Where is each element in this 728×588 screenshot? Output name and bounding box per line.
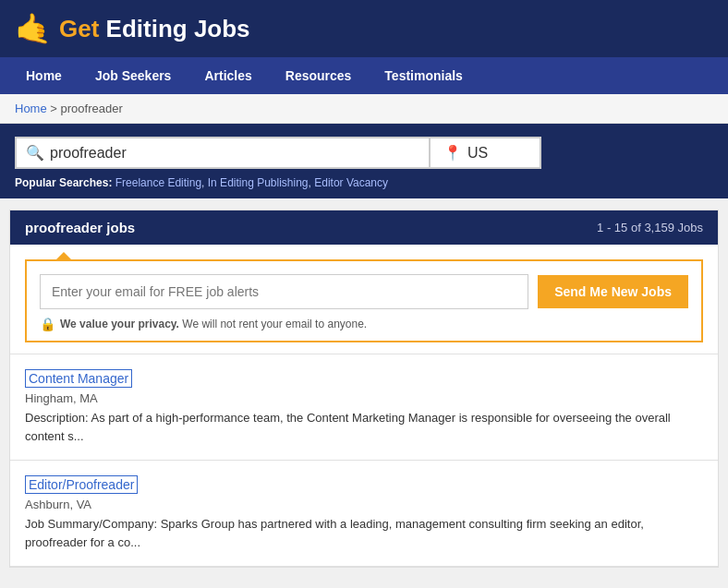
- breadcrumb-home[interactable]: Home: [15, 102, 47, 115]
- popular-item-0[interactable]: Freelance Editing: [115, 176, 201, 189]
- popular-item-1[interactable]: In Editing Publishing: [208, 176, 309, 189]
- location-pin-icon: 📍: [443, 144, 462, 162]
- site-header: 🤙 Get Editing Jobs: [0, 0, 728, 57]
- logo-get: Get: [59, 15, 99, 42]
- search-row: 🔍 📍: [15, 137, 713, 169]
- nav-resources[interactable]: Resources: [269, 57, 369, 94]
- logo-rest: Editing Jobs: [99, 15, 249, 42]
- nav-home[interactable]: Home: [9, 57, 79, 94]
- job-title-1: Editor/Proofreader: [25, 475, 703, 494]
- search-section: 🔍 📍 Popular Searches: Freelance Editing,…: [0, 124, 728, 198]
- main-nav: Home Job Seekers Articles Resources Test…: [0, 57, 728, 94]
- job-desc-1: Job Summary/Company: Sparks Group has pa…: [25, 515, 703, 551]
- breadcrumb: Home > proofreader: [0, 94, 728, 124]
- privacy-notice: 🔒 We value your privacy. We will not ren…: [40, 317, 688, 331]
- search-input[interactable]: [50, 145, 419, 162]
- popular-item-2[interactable]: Editor Vacancy: [314, 176, 388, 189]
- lock-icon: 🔒: [40, 317, 55, 331]
- popular-label: Popular Searches:: [15, 176, 112, 189]
- job-link-1[interactable]: Editor/Proofreader: [25, 475, 138, 494]
- breadcrumb-current: proofreader: [61, 102, 123, 115]
- location-wrap: 📍: [431, 137, 541, 169]
- email-alert-row: Send Me New Jobs: [40, 274, 688, 309]
- job-link-0[interactable]: Content Manager: [25, 369, 132, 388]
- breadcrumb-separator: >: [50, 102, 60, 115]
- email-input[interactable]: [40, 274, 528, 309]
- nav-articles[interactable]: Articles: [188, 57, 268, 94]
- job-title-0: Content Manager: [25, 369, 703, 388]
- job-location-1: Ashburn, VA: [25, 498, 703, 511]
- jobs-count: 1 - 15 of 3,159 Jobs: [597, 221, 703, 234]
- job-location-0: Hingham, MA: [25, 391, 703, 405]
- nav-testimonials[interactable]: Testimonials: [368, 57, 479, 94]
- privacy-text: We value your privacy. We will not rent …: [60, 318, 367, 330]
- logo-text: Get Editing Jobs: [59, 15, 250, 43]
- search-icon: 🔍: [26, 144, 44, 162]
- nav-job-seekers[interactable]: Job Seekers: [79, 57, 188, 94]
- logo-icon: 🤙: [15, 11, 52, 46]
- email-alert-box: Send Me New Jobs 🔒 We value your privacy…: [25, 259, 703, 342]
- jobs-title: proofreader jobs: [25, 220, 135, 235]
- search-input-wrap: 🔍: [15, 137, 431, 169]
- job-desc-0: Description: As part of a high-performan…: [25, 409, 703, 445]
- job-item-0: Content Manager Hingham, MA Description:…: [10, 354, 718, 460]
- main-content: proofreader jobs 1 - 15 of 3,159 Jobs Se…: [9, 210, 719, 568]
- send-jobs-button[interactable]: Send Me New Jobs: [538, 275, 688, 308]
- jobs-header: proofreader jobs 1 - 15 of 3,159 Jobs: [10, 210, 718, 245]
- location-input[interactable]: [467, 145, 523, 162]
- popular-searches: Popular Searches: Freelance Editing, In …: [15, 176, 713, 189]
- job-item-1: Editor/Proofreader Ashburn, VA Job Summa…: [10, 460, 718, 567]
